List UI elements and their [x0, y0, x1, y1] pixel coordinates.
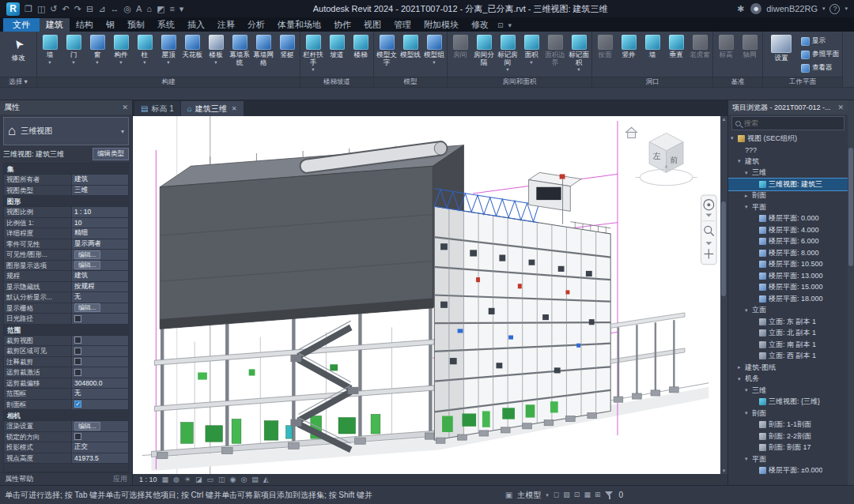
tool-tag-area[interactable]: 标记面积▾ [567, 32, 591, 77]
ribbon-tab-协作[interactable]: 协作 [327, 18, 357, 32]
tool-model-line[interactable]: 模型线 [399, 32, 422, 77]
viewcube[interactable]: 左 前 [626, 127, 697, 185]
analytical-model-icon[interactable]: ◭ [263, 476, 269, 483]
tree-item[interactable]: 三维视图: 建筑三 [728, 179, 848, 190]
tool-modify[interactable]: 修改 [1, 32, 36, 77]
select-links-icon[interactable]: ◻ [554, 491, 559, 498]
visual-style-icon[interactable]: ◍ [173, 476, 179, 483]
tree-item[interactable]: ▾三维 [728, 167, 848, 179]
type-selector-caret-icon[interactable]: ▾ [121, 128, 124, 135]
checkbox[interactable] [74, 369, 81, 376]
save-icon[interactable]: ◫ [36, 5, 47, 13]
tree-item[interactable]: 楼层平面: 8.000 [728, 247, 848, 259]
checkbox[interactable] [74, 348, 81, 355]
tree-item[interactable]: ▸建筑-图纸 [728, 362, 848, 374]
thin-lines-icon[interactable]: ≡ [168, 5, 176, 13]
browser-scrollbar[interactable] [848, 100, 854, 485]
tree-item[interactable]: 楼层平面: 10.500 [728, 259, 848, 271]
ribbon-tab-建筑[interactable]: 建筑 [40, 18, 70, 32]
tool-window[interactable]: 窗▾ [85, 32, 109, 77]
ribbon-group-label-房间和面积[interactable]: 房间和面积 [448, 77, 591, 87]
tool-wall[interactable]: 墙▾ [38, 32, 62, 77]
tree-item[interactable]: 楼层平面: 0.000 [728, 213, 848, 225]
prop-section[interactable]: 图形 [4, 196, 128, 207]
tool-stair[interactable]: 楼梯 [349, 32, 372, 77]
prop-value[interactable]: 按规程 [72, 282, 128, 292]
checkbox[interactable] [74, 315, 81, 322]
edit-button[interactable]: 编辑... [74, 303, 100, 312]
instance-name[interactable]: 三维视图: 建筑三维 [3, 149, 89, 160]
tool-shaft-opening[interactable]: 竖井 [617, 32, 640, 77]
user-name[interactable]: diwenB22RG [766, 4, 818, 13]
ribbon-tab-管理[interactable]: 管理 [387, 18, 418, 32]
prop-value[interactable]: 304800.0 [72, 378, 128, 389]
text-icon[interactable]: A [134, 5, 143, 13]
user-avatar[interactable]: ☻ [750, 3, 761, 14]
ribbon-tab-结构[interactable]: 结构 [70, 18, 100, 32]
tree-item[interactable]: ▾视图 (SEC组织) [728, 133, 848, 145]
tree-item[interactable]: 剖面: 剖面 17 [728, 442, 848, 454]
tool-floor[interactable]: 楼板▾ [204, 32, 228, 77]
tree-item[interactable]: 楼层平面: 18.000 [728, 293, 848, 305]
tree-item[interactable]: 楼层平面: 15.000 [728, 282, 848, 294]
tree-item[interactable]: 楼层平面: 4.000 [728, 224, 848, 236]
edit-button[interactable]: 编辑... [74, 261, 100, 269]
tool-room-separator[interactable]: 房间分隔 [472, 32, 496, 77]
edit-button[interactable]: 编辑... [74, 250, 100, 259]
open-icon[interactable]: ❐ [23, 5, 34, 13]
view-tab-建筑三维[interactable]: ⌂建筑三维✕ [181, 101, 244, 116]
modify-options-icon[interactable]: ⊡ [495, 18, 506, 32]
tool-ceiling[interactable]: 天花板 [180, 32, 204, 77]
aligned-dimension-icon[interactable]: ↔ [108, 5, 120, 13]
measure-icon[interactable]: ⊿ [96, 5, 107, 13]
tool-area[interactable]: 面积▾ [520, 32, 543, 77]
ribbon-tab-系统[interactable]: 系统 [151, 18, 181, 32]
tool-door[interactable]: 门▾ [62, 32, 85, 77]
revit-logo-icon[interactable]: R [6, 2, 20, 16]
ribbon-tab-修改[interactable]: 修改 [465, 18, 495, 32]
detail-level-icon[interactable]: ▦ [162, 476, 169, 483]
search-input[interactable] [744, 119, 841, 127]
tree-item[interactable]: ▾机务 [728, 374, 848, 386]
tool-railing[interactable]: 栏杆扶手▾ [301, 32, 325, 77]
prop-value[interactable]: 10 [72, 218, 128, 228]
tree-item[interactable]: 楼层平面: 13.000 [728, 270, 848, 282]
prop-value[interactable]: 1 : 10 [72, 207, 128, 217]
tool-column[interactable]: 柱▾ [133, 32, 157, 77]
checkbox[interactable] [74, 337, 81, 344]
drag-on-selection-icon[interactable]: ⊞ [595, 491, 601, 498]
tree-item[interactable]: ??? [728, 145, 848, 156]
type-selector[interactable]: ⌂ 三维视图 ▾ [3, 117, 129, 145]
viewport-canvas[interactable]: 左 前 [133, 116, 720, 474]
close-properties-icon[interactable]: ✕ [122, 103, 128, 111]
scroll-up-icon[interactable]: ▲ [720, 117, 727, 122]
view-tab-标高 1[interactable]: ▤标高 1 [134, 101, 180, 116]
design-options-icon[interactable]: ▣ [505, 491, 512, 499]
ribbon-tab-视图[interactable]: 视图 [357, 18, 387, 32]
ribbon-tab-注释[interactable]: 注释 [211, 18, 241, 32]
checkbox[interactable] [74, 433, 81, 440]
ribbon-tab-体量和场地[interactable]: 体量和场地 [271, 18, 327, 32]
print-icon[interactable]: ⊟ [85, 5, 95, 13]
prop-value[interactable]: 精细 [72, 228, 128, 239]
prop-value[interactable]: 无 [72, 389, 128, 399]
viewport-scrollbar[interactable]: ▲ ▼ [720, 116, 727, 474]
tool-vertical-opening[interactable]: 垂直 [664, 32, 688, 77]
temporary-view-properties-icon[interactable]: ▤ [251, 476, 259, 483]
shadows-icon[interactable]: ◪ [195, 476, 202, 483]
redo-icon[interactable]: ↷ [73, 5, 83, 13]
ribbon-tab-预制[interactable]: 预制 [121, 18, 151, 32]
prop-value[interactable]: 41973.5 [72, 453, 128, 464]
user-menu-caret-icon[interactable]: ▾ [822, 6, 826, 12]
tree-item[interactable]: 立面: 北 副本 1 [728, 328, 848, 340]
select-pinned-icon[interactable]: ⊡ [574, 491, 580, 498]
scrollbar-thumb[interactable] [721, 201, 726, 296]
reveal-hidden-icon[interactable]: ◎ [240, 476, 247, 483]
tree-item[interactable]: 立面: 东 副本 1 [728, 316, 848, 328]
temporary-hide-icon[interactable]: ◉ [230, 476, 236, 483]
sync-icon[interactable]: ↺ [48, 5, 59, 13]
crop-view-icon[interactable]: ▭ [207, 476, 214, 483]
design-options-value[interactable]: 主模型 [517, 490, 541, 501]
prop-section[interactable]: 集 [4, 164, 128, 175]
ribbon-group-label-洞口[interactable]: 洞口 [592, 77, 712, 87]
